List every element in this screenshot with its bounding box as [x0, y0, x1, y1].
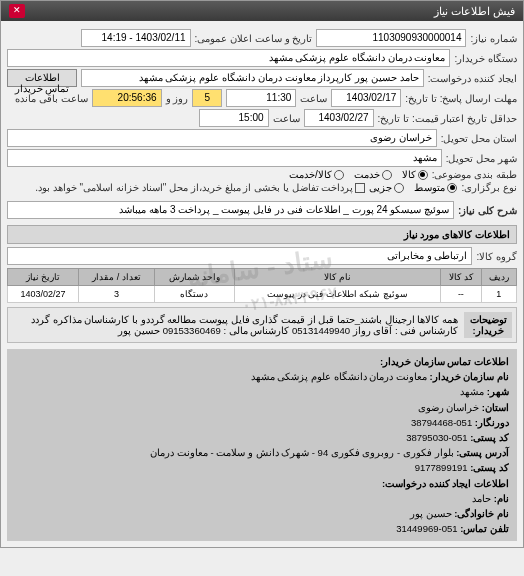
classify-label: طبقه بندی موضوعی:: [432, 169, 517, 180]
lname-label: نام خانوادگی:: [454, 508, 509, 519]
fname: حامد: [472, 493, 491, 504]
treasury-checkbox[interactable]: پرداخت تفاضل یا بخشی از مبلغ خرید،از محل…: [35, 182, 365, 193]
need-desc: سوئیچ سیسکو 24 پورت _ اطلاعات فنی در فای…: [7, 201, 454, 219]
org-label: نام سازمان خریدار:: [430, 371, 509, 382]
close-icon[interactable]: ✕: [9, 4, 25, 18]
radio-both[interactable]: کالا/خدمت: [289, 169, 344, 180]
radio-medium-label: متوسط: [414, 182, 445, 193]
lname: حسین پور: [410, 508, 452, 519]
radio-partial-label: جزیی: [369, 182, 392, 193]
time-label-2: ساعت: [273, 113, 300, 124]
announce-label: تاریخ و ساعت اعلان عمومی:: [195, 33, 313, 44]
fax-label: دورنگار:: [475, 417, 509, 428]
radio-goods-label: کالا: [402, 169, 416, 180]
postal-label: کد پستی:: [470, 432, 509, 443]
number-label: شماره نیاز:: [470, 33, 517, 44]
need-number: 1103090930000014: [316, 29, 466, 47]
goods-table: ردیفکد کالانام کالاواحد شمارشتعداد / مقد…: [7, 268, 517, 303]
buyer-name-label: دستگاه خریدار:: [454, 53, 517, 64]
price-deadline-label: حداقل تاریخ اعتبار قیمت: تا تاریخ:: [378, 113, 517, 124]
table-header: واحد شمارش: [154, 269, 234, 286]
city-label: شهر محل تحویل:: [446, 153, 517, 164]
radio-partial[interactable]: جزیی: [369, 182, 404, 193]
contacts-title: اطلاعات تماس سازمان خریدار:: [380, 356, 509, 367]
treasury-note: پرداخت تفاضل یا بخشی از مبلغ خرید،از محل…: [35, 182, 353, 193]
announce-datetime: 1403/02/11 - 14:19: [81, 29, 191, 47]
buyer-name: معاونت درمان دانشگاه علوم پزشکی مشهد: [7, 49, 450, 67]
table-header: نام کالا: [234, 269, 440, 286]
window-title: فیش اطلاعات نیاز: [434, 5, 515, 18]
price-time: 15:00: [199, 109, 269, 127]
nat: 9177899191: [415, 462, 468, 473]
day-label: روز و: [166, 93, 189, 104]
province: خراسان رضوی: [7, 129, 437, 147]
table-header: تعداد / مقدار: [78, 269, 154, 286]
nat-label: کد پستی:: [470, 462, 509, 473]
radio-service-label: خدمت: [354, 169, 380, 180]
radio-both-label: کالا/خدمت: [289, 169, 332, 180]
c-city-label: شهر:: [487, 386, 509, 397]
days-remaining: 5: [192, 89, 222, 107]
contact-buyer-button[interactable]: اطلاعات تماس خریدار: [7, 69, 77, 87]
radio-goods[interactable]: کالا: [402, 169, 428, 180]
creator-label: ایجاد کننده درخواست:: [428, 73, 517, 84]
table-header: ردیف: [481, 269, 516, 286]
price-date: 1403/02/27: [304, 109, 374, 127]
tel-label: تلفن تماس:: [460, 523, 509, 534]
c-city: مشهد: [460, 386, 484, 397]
contact-info-block: اطلاعات تماس سازمان خریدار: نام سازمان خ…: [7, 349, 517, 541]
sec-title: اطلاعات ایجاد کننده درخواست:: [382, 478, 509, 489]
table-header: کد کالا: [441, 269, 481, 286]
fname-label: نام:: [494, 493, 509, 504]
priority-label: نوع برگزاری:: [461, 182, 517, 193]
response-time: 11:30: [226, 89, 296, 107]
goods-group: ارتباطی و مخابراتی: [7, 247, 472, 265]
time-label-1: ساعت: [300, 93, 327, 104]
org-name: معاونت درمان دانشگاه علوم پزشکی مشهد: [251, 371, 427, 382]
need-desc-label: شرح کلی نیاز:: [458, 205, 517, 216]
goods-title: اطلاعات کالاهای مورد نیاز: [7, 225, 517, 244]
time-remaining: 20:56:36: [92, 89, 162, 107]
c-province: خراسان رضوی: [418, 402, 480, 413]
tel: 051-31449969: [396, 523, 457, 534]
buyer-notes-label: توضیحات خریدار:: [464, 312, 512, 338]
city: مشهد: [7, 149, 442, 167]
fax: 051-38794468: [411, 417, 472, 428]
remain-label: ساعت باقی مانده: [15, 93, 88, 104]
buyer-notes-text: همه کالاها ارجینال باشند_حتما قبل از قیم…: [12, 312, 464, 338]
c-province-label: استان:: [482, 402, 509, 413]
postal: 051-38795030: [406, 432, 467, 443]
radio-medium[interactable]: متوسط: [414, 182, 457, 193]
radio-service[interactable]: خدمت: [354, 169, 392, 180]
creator-name: حامد حسین پور کارپرداز معاونت درمان دانش…: [81, 69, 424, 87]
response-date: 1403/02/17: [331, 89, 401, 107]
province-label: استان محل تحویل:: [441, 133, 517, 144]
table-row: 1--سوئیچ شبکه اطلاعات فنی در پیوستدستگاه…: [8, 286, 517, 303]
addr-label: آدرس پستی:: [456, 447, 509, 458]
response-deadline-label: مهلت ارسال پاسخ: تا تاریخ:: [405, 93, 517, 104]
addr: بلوار فکوری - روبروی فکوری 94 - شهرک دان…: [150, 447, 453, 458]
group-label: گروه کالا:: [476, 251, 517, 262]
table-header: تاریخ نیاز: [8, 269, 79, 286]
